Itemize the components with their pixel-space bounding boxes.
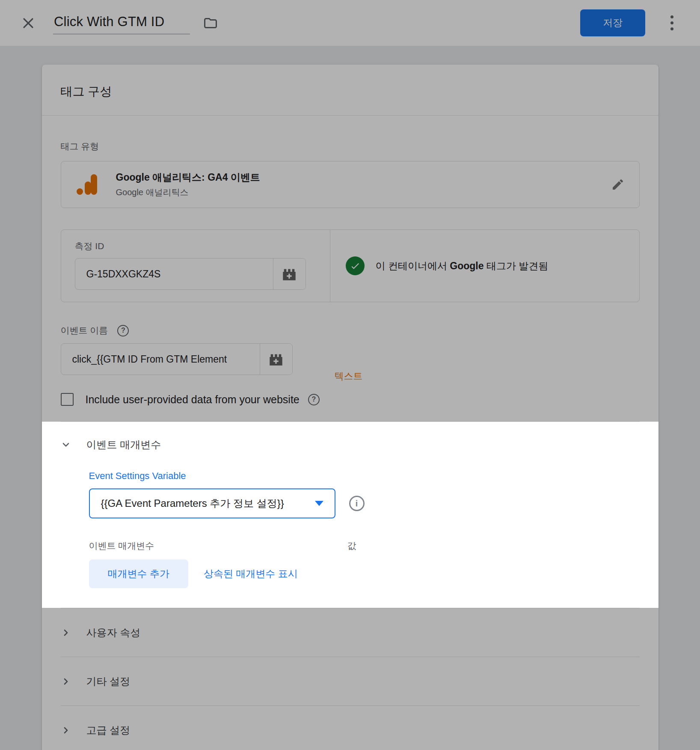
section-label: 사용자 속성 [86,626,141,640]
esv-dropdown-value: {{GA Event Parameters 추가 정보 설정}} [101,497,310,510]
tag-type-box[interactable]: Google 애널리틱스: GA4 이벤트 Google 애널리틱스 [61,161,640,208]
include-user-data-label: Include user-provided data from your web… [86,393,300,406]
card-header: 태그 구성 [42,65,658,116]
folder-icon [203,15,218,31]
user-data-row: Include user-provided data from your web… [61,393,640,406]
measurement-id-input[interactable] [75,259,273,289]
event-parameters-title: 이벤트 매개변수 [86,438,161,452]
parameter-columns: 이벤트 매개변수 값 [89,540,640,551]
close-icon [21,16,36,30]
ga4-logo-icon [76,173,100,196]
more-options-button[interactable] [663,13,680,33]
section-other-settings[interactable]: 기타 설정 [61,657,640,705]
variable-picker-button[interactable] [273,259,306,289]
google-tag-status: 이 컨테이너에서 Google 태그가 발견됨 [330,230,639,302]
tag-name-field[interactable]: Click With GTM ID [53,12,190,34]
measurement-id-box: 측정 ID 이 컨테이너에서 Google 태그가 발견됨 [61,229,640,302]
tag-title: Click With GTM ID [54,14,164,29]
top-bar: Click With GTM ID 저장 [0,0,700,46]
event-name-row: 텍스트 [61,343,640,375]
section-label: 고급 설정 [86,723,131,737]
info-icon[interactable]: i [349,496,365,511]
variable-brick-icon [267,351,285,367]
section-advanced-settings[interactable]: 고급 설정 [61,706,640,750]
chevron-right-icon [61,676,71,687]
chevron-down-icon [61,440,71,450]
card-body: 태그 유형 Google 애널리틱스: GA4 이벤트 Google 애널리틱스… [42,140,658,750]
variable-brick-icon [280,266,298,282]
include-user-data-checkbox[interactable] [61,393,74,406]
section-user-properties[interactable]: 사용자 속성 [61,608,640,657]
tag-type-label: 태그 유형 [61,140,640,152]
chevron-right-icon [61,725,71,735]
esv-dropdown[interactable]: {{GA Event Parameters 추가 정보 설정}} [89,488,335,518]
google-tag-found-text: 이 컨테이너에서 Google 태그가 발견됨 [376,259,549,273]
section-label: 기타 설정 [86,675,131,688]
help-icon[interactable]: ? [308,394,320,405]
parameter-actions: 매개변수 추가 상속된 매개변수 표시 [89,560,640,588]
event-name-label-row: 이벤트 이름 ? [61,324,640,336]
text-mode-link[interactable]: 텍스트 [335,370,363,383]
event-parameters-section: 이벤트 매개변수 Event Settings Variable {{GA Ev… [42,422,658,608]
card-title: 태그 구성 [61,83,640,100]
tag-configuration-card: 태그 구성 태그 유형 Google 애널리틱스: GA4 이벤트 Google… [42,65,658,750]
help-icon[interactable]: ? [117,325,129,336]
tag-type-text: Google 애널리틱스: GA4 이벤트 Google 애널리틱스 [116,171,260,198]
close-button[interactable] [19,14,38,33]
event-name-input[interactable] [61,344,260,375]
chevron-right-icon [61,628,71,638]
value-column-label: 값 [347,540,356,552]
measurement-id-label: 측정 ID [75,240,330,252]
event-settings-variable-label: Event Settings Variable [89,470,640,482]
event-parameters-header[interactable]: 이벤트 매개변수 [61,438,640,452]
show-inherited-parameters-link[interactable]: 상속된 매개변수 표시 [204,567,298,580]
measurement-id-left: 측정 ID [61,230,330,302]
editor-content: 태그 구성 태그 유형 Google 애널리틱스: GA4 이벤트 Google… [0,46,700,750]
measurement-id-group [75,258,306,290]
kebab-icon [670,15,673,30]
event-name-group [61,343,293,375]
gtm-tag-editor: Click With GTM ID 저장 태그 구성 태그 유형 Google … [0,0,700,750]
tag-type-name: Google 애널리틱스: GA4 이벤트 [116,171,260,184]
dropdown-caret-icon [315,501,323,506]
esv-dropdown-row: {{GA Event Parameters 추가 정보 설정}} i [89,488,640,518]
tag-type-vendor: Google 애널리틱스 [116,187,260,198]
pencil-icon [611,178,625,191]
parameter-column-label: 이벤트 매개변수 [89,541,154,551]
check-circle-icon [346,256,365,275]
event-name-label: 이벤트 이름 [61,324,108,336]
variable-picker-button[interactable] [260,344,292,375]
save-button[interactable]: 저장 [580,9,645,36]
edit-tag-type-button[interactable] [611,178,625,191]
folder-button[interactable] [201,14,220,33]
add-parameter-button[interactable]: 매개변수 추가 [89,560,188,588]
